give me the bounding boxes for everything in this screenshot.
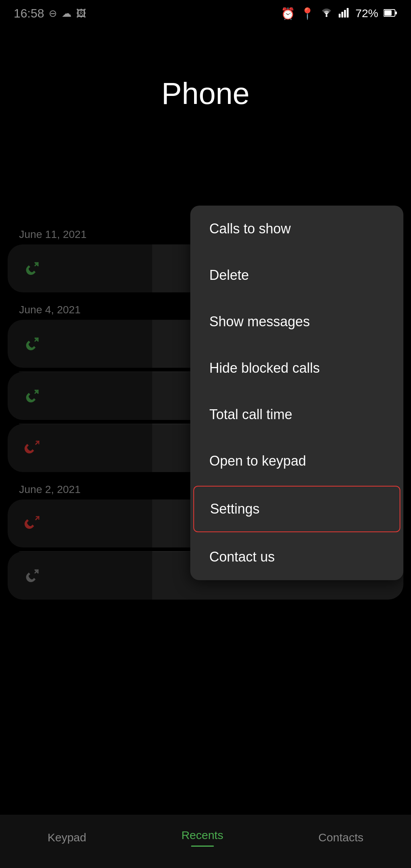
menu-item-open-to-keypad[interactable]: Open to keypad xyxy=(190,438,403,484)
battery-icon xyxy=(384,7,397,20)
svg-point-0 xyxy=(325,15,327,17)
contacts-label: Contacts xyxy=(319,831,363,844)
menu-item-delete[interactable]: Delete xyxy=(190,252,403,298)
menu-item-contact-us[interactable]: Contact us xyxy=(190,534,403,580)
status-right: ⏰ 📍 72% xyxy=(281,7,397,20)
keypad-label: Keypad xyxy=(48,831,86,844)
svg-rect-1 xyxy=(339,14,341,18)
nav-contacts[interactable]: Contacts xyxy=(303,827,379,848)
menu-item-calls-to-show[interactable]: Calls to show xyxy=(190,206,403,252)
location-icon: 📍 xyxy=(300,7,314,20)
dropdown-menu: Calls to show Delete Show messages Hide … xyxy=(190,206,403,580)
recents-active-underline xyxy=(191,846,214,847)
svg-rect-7 xyxy=(395,11,397,14)
wifi-icon xyxy=(320,7,333,20)
recents-label: Recents xyxy=(182,829,223,842)
menu-item-settings[interactable]: Settings xyxy=(193,486,400,532)
nav-keypad[interactable]: Keypad xyxy=(32,827,102,848)
menu-item-hide-blocked-calls[interactable]: Hide blocked calls xyxy=(190,345,403,391)
svg-rect-3 xyxy=(344,10,346,18)
alarm-icon: ⏰ xyxy=(281,7,295,20)
battery-percentage: 72% xyxy=(355,7,378,20)
nav-recents[interactable]: Recents xyxy=(166,825,239,850)
menu-item-total-call-time[interactable]: Total call time xyxy=(190,391,403,438)
background-overlay xyxy=(0,0,152,815)
svg-rect-2 xyxy=(341,12,343,18)
svg-rect-4 xyxy=(347,8,349,18)
svg-rect-6 xyxy=(384,10,392,16)
bottom-nav: Keypad Recents Contacts xyxy=(0,815,411,868)
signal-icon xyxy=(339,7,350,20)
menu-item-show-messages[interactable]: Show messages xyxy=(190,298,403,345)
